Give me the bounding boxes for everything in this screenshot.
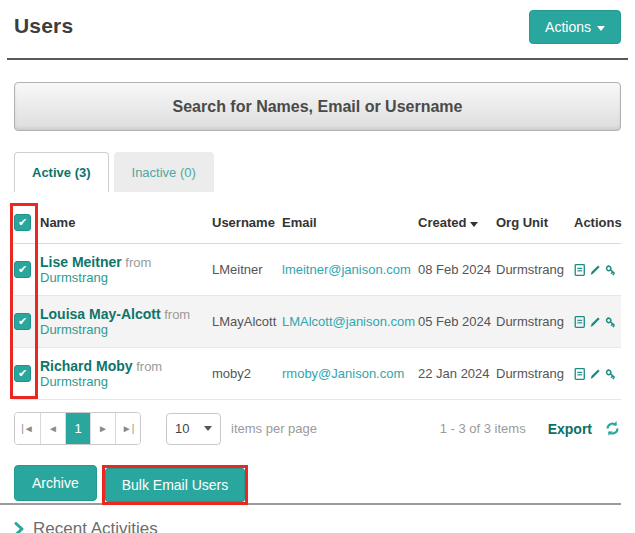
email-link[interactable]: lmeitner@janison.com bbox=[282, 262, 411, 277]
created-cell: 22 Jan 2024 bbox=[418, 348, 496, 400]
created-cell: 08 Feb 2024 bbox=[418, 244, 496, 296]
recent-activities-toggle[interactable]: Recent Activities bbox=[14, 519, 621, 533]
bulk-email-highlight: Bulk Email Users bbox=[102, 465, 249, 505]
user-org-link[interactable]: Durmstrang bbox=[40, 374, 108, 389]
document-icon[interactable] bbox=[574, 262, 586, 278]
column-header-email[interactable]: Email bbox=[282, 200, 418, 244]
table-row: ✔ Louisa May-Alcott from Durmstrang LMay… bbox=[14, 296, 621, 348]
search-input[interactable]: Search for Names, Email or Username bbox=[14, 82, 621, 131]
page-size-select[interactable]: 10 bbox=[166, 413, 221, 445]
pager: |◄ ◄ 1 ► ►| bbox=[14, 412, 141, 445]
status-tabs: Active (3) Inactive (0) bbox=[14, 152, 621, 192]
row-checkbox[interactable]: ✔ bbox=[14, 313, 31, 330]
org-unit-cell: Durmstrang bbox=[496, 244, 574, 296]
chevron-right-icon bbox=[14, 522, 24, 533]
key-icon[interactable] bbox=[604, 314, 617, 330]
pagination-bar: |◄ ◄ 1 ► ►| 10 items per page 1 - 3 of 3… bbox=[14, 412, 621, 445]
sort-desc-icon bbox=[470, 222, 478, 227]
current-page-button[interactable]: 1 bbox=[65, 413, 90, 444]
select-all-checkbox[interactable]: ✔ bbox=[14, 214, 31, 231]
column-header-username[interactable]: Username bbox=[212, 200, 282, 244]
last-page-button[interactable]: ►| bbox=[115, 413, 140, 444]
items-range-label: 1 - 3 of 3 items bbox=[440, 421, 526, 436]
users-table: ✔ Name Username Email Created Org Unit A… bbox=[14, 200, 621, 400]
table-row: ✔ Richard Moby from Durmstrang moby2 rmo… bbox=[14, 348, 621, 400]
actions-button-label: Actions bbox=[545, 19, 591, 35]
archive-button[interactable]: Archive bbox=[14, 465, 97, 501]
chevron-down-icon bbox=[597, 26, 605, 31]
edit-pencil-icon[interactable] bbox=[589, 366, 601, 382]
dropdown-caret-icon bbox=[204, 426, 212, 431]
page-size-value: 10 bbox=[175, 421, 189, 436]
org-unit-cell: Durmstrang bbox=[496, 296, 574, 348]
key-icon[interactable] bbox=[604, 262, 617, 278]
document-icon[interactable] bbox=[574, 314, 586, 330]
tab-active[interactable]: Active (3) bbox=[14, 152, 109, 192]
org-unit-cell: Durmstrang bbox=[496, 348, 574, 400]
actions-button[interactable]: Actions bbox=[529, 10, 621, 44]
username-cell: moby2 bbox=[212, 348, 282, 400]
page-header: Users Actions bbox=[0, 0, 635, 44]
email-link[interactable]: LMAlcott@janison.com bbox=[282, 314, 415, 329]
key-icon[interactable] bbox=[604, 366, 617, 382]
table-row: ✔ Lise Meitner from Durmstrang LMeitner … bbox=[14, 244, 621, 296]
prev-page-button[interactable]: ◄ bbox=[40, 413, 65, 444]
username-cell: LMayAlcott bbox=[212, 296, 282, 348]
tab-inactive[interactable]: Inactive (0) bbox=[114, 152, 214, 192]
column-header-created[interactable]: Created bbox=[418, 200, 496, 244]
export-link[interactable]: Export bbox=[548, 421, 592, 437]
footer-actions: Archive Bulk Email Users bbox=[14, 465, 621, 505]
row-checkbox[interactable]: ✔ bbox=[14, 261, 31, 278]
search-placeholder: Search for Names, Email or Username bbox=[173, 98, 463, 116]
column-header-name[interactable]: Name bbox=[40, 200, 212, 244]
user-org-link[interactable]: Durmstrang bbox=[40, 322, 108, 337]
refresh-icon[interactable] bbox=[604, 420, 621, 437]
username-cell: LMeitner bbox=[212, 244, 282, 296]
column-header-actions: Actions bbox=[574, 200, 621, 244]
user-name-link[interactable]: Richard Moby bbox=[40, 358, 133, 374]
document-icon[interactable] bbox=[574, 366, 586, 382]
header-divider bbox=[7, 58, 628, 60]
table-header-row: ✔ Name Username Email Created Org Unit A… bbox=[14, 200, 621, 244]
user-name-link[interactable]: Louisa May-Alcott bbox=[40, 306, 161, 322]
bulk-email-users-button[interactable]: Bulk Email Users bbox=[105, 468, 246, 502]
first-page-button[interactable]: |◄ bbox=[15, 413, 40, 444]
row-checkbox[interactable]: ✔ bbox=[14, 365, 31, 382]
column-header-org-unit[interactable]: Org Unit bbox=[496, 200, 574, 244]
page-title: Users bbox=[14, 10, 73, 38]
recent-activities-label: Recent Activities bbox=[33, 519, 158, 533]
edit-pencil-icon[interactable] bbox=[589, 314, 601, 330]
edit-pencil-icon[interactable] bbox=[589, 262, 601, 278]
user-name-link[interactable]: Lise Meitner bbox=[40, 254, 122, 270]
next-page-button[interactable]: ► bbox=[90, 413, 115, 444]
user-org-link[interactable]: Durmstrang bbox=[40, 270, 108, 285]
created-cell: 05 Feb 2024 bbox=[418, 296, 496, 348]
items-per-page-label: items per page bbox=[231, 421, 317, 436]
email-link[interactable]: rmoby@Janison.com bbox=[282, 366, 404, 381]
